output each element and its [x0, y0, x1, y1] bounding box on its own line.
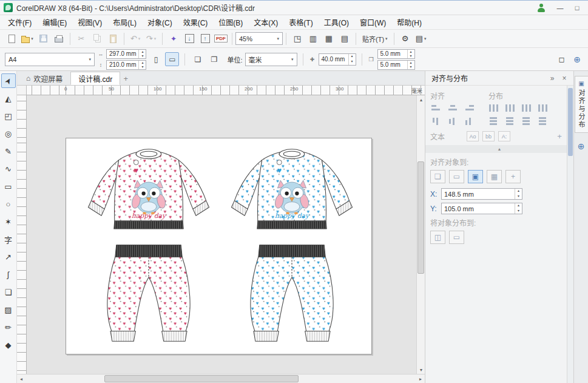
menu-table[interactable]: 表格(T)	[283, 15, 318, 29]
docker-scroll-thumb[interactable]	[568, 88, 573, 156]
save-button[interactable]	[36, 32, 50, 46]
paste-button[interactable]	[106, 32, 120, 46]
snap-dropdown[interactable]: 贴齐(T)▾	[360, 32, 390, 46]
options-button[interactable]: ⚙	[398, 32, 413, 46]
scroll-up-arrow[interactable]: ▴	[417, 95, 425, 104]
distribute-top-button[interactable]	[488, 117, 501, 126]
distribute-right-button[interactable]	[538, 103, 550, 113]
align-text-bounding-box-button[interactable]: A:	[498, 131, 510, 141]
dimension-tool[interactable]: ↗	[1, 249, 16, 264]
treat-as-filled-button[interactable]: ◻	[555, 52, 569, 66]
print-button[interactable]	[52, 32, 66, 46]
show-rulers-button[interactable]: ▥	[306, 32, 320, 46]
copy-button[interactable]	[90, 32, 104, 46]
user-account-icon[interactable]	[536, 4, 546, 12]
show-grid-button[interactable]: ▦	[322, 32, 336, 46]
quick-customize-propbar-button[interactable]: ⊕	[571, 53, 583, 66]
distribute-bottom-button[interactable]	[538, 117, 550, 126]
scroll-right-arrow[interactable]: ▸	[416, 375, 425, 383]
redo-button[interactable]: ↷▾	[144, 32, 158, 46]
zoom-level-combobox[interactable]: 45%▾	[235, 32, 283, 45]
align-text-baseline-last-button[interactable]: bb	[482, 131, 495, 141]
align-to-active-objects-button[interactable]: ❏	[430, 170, 445, 183]
publish-pdf-button[interactable]: PDF	[214, 32, 228, 46]
freehand-tool[interactable]: ✎	[1, 144, 16, 158]
scroll-down-arrow[interactable]: ▾	[417, 365, 425, 374]
ruler-origin-corner[interactable]	[17, 86, 27, 95]
menu-effects[interactable]: 效果(C)	[178, 15, 214, 29]
tab-document[interactable]: 设计稿.cdr	[70, 72, 120, 85]
horizontal-ruler[interactable]: 0 50 100 150 200 250 300 毫米	[27, 86, 425, 95]
all-pages-button[interactable]: ❏	[191, 52, 204, 66]
new-tab-button[interactable]: +	[120, 73, 131, 84]
align-to-grid-button[interactable]: ▦	[487, 170, 502, 183]
pick-tool[interactable]: ➤	[1, 73, 16, 88]
export-button[interactable]: ↑	[198, 32, 212, 46]
app-launcher-button[interactable]: ✦	[166, 32, 181, 46]
tab-welcome-screen[interactable]: ⌂ 欢迎屏幕	[18, 72, 70, 85]
menu-bitmaps[interactable]: 位图(B)	[213, 15, 248, 29]
maximize-button[interactable]: □	[569, 2, 586, 14]
paper-size-combobox[interactable]: A4▾	[5, 53, 95, 66]
rectangle-tool[interactable]: ▭	[1, 179, 16, 194]
document-page[interactable]: ♥	[66, 138, 372, 354]
vertical-scrollbar[interactable]: ▴ ▾	[416, 95, 425, 374]
horizontal-scrollbar[interactable]: ◂ ▸	[17, 374, 425, 383]
align-top-button[interactable]	[430, 117, 442, 126]
menu-help[interactable]: 帮助(H)	[391, 15, 427, 29]
import-button[interactable]: ↓	[182, 32, 197, 46]
align-left-button[interactable]	[430, 103, 442, 113]
align-to-specified-point-button[interactable]: +	[505, 170, 521, 183]
portrait-button[interactable]: ▯	[149, 52, 163, 66]
align-bottom-button[interactable]	[463, 117, 475, 126]
crop-tool[interactable]: ◰	[1, 109, 16, 123]
menu-text[interactable]: 文本(X)	[248, 15, 283, 29]
menu-file[interactable]: 文件(F)	[2, 15, 37, 29]
x-coordinate-field[interactable]: 148.5 mm▴▾	[441, 188, 522, 200]
vertical-scroll-thumb[interactable]	[417, 161, 424, 274]
duplicate-x-field[interactable]: 5.0 mm▴▾	[377, 49, 415, 59]
polygon-tool[interactable]: ✶	[1, 214, 16, 229]
text-tool[interactable]: 字	[1, 232, 16, 246]
menu-object[interactable]: 对象(C)	[142, 15, 178, 29]
cut-button[interactable]: ✂	[74, 32, 89, 46]
docker-collapse-button[interactable]: »	[547, 73, 558, 84]
drawing-canvas[interactable]: ♥	[27, 95, 416, 374]
y-coordinate-field[interactable]: 105.0 mm▴▾	[441, 203, 522, 214]
docker-tab-align-distribute[interactable]: ▣ 对齐与分布	[575, 76, 588, 133]
align-text-baseline-first-button[interactable]: Ao	[467, 131, 479, 141]
distribute-left-button[interactable]	[488, 103, 501, 113]
align-to-page-center-button[interactable]: ▣	[468, 170, 483, 183]
distribute-to-selection-extent-button[interactable]: ◫	[430, 231, 445, 244]
bspline-tool[interactable]: ∿	[1, 161, 16, 176]
layout-dropdown[interactable]: ▤▾	[414, 32, 428, 46]
menu-tools[interactable]: 工具(O)	[319, 15, 354, 29]
text-options-button[interactable]: +	[554, 132, 565, 141]
show-guidelines-button[interactable]: ▤	[337, 32, 352, 46]
drop-shadow-tool[interactable]: ❏	[1, 285, 16, 299]
open-button[interactable]: ▾	[20, 32, 35, 46]
fullscreen-preview-button[interactable]: ◳	[290, 32, 305, 46]
landscape-button[interactable]: ▭	[165, 52, 179, 66]
distribute-spacing-horizontal-button[interactable]	[521, 103, 533, 113]
nudge-distance-field[interactable]: 40.0 mm▴▾	[319, 53, 356, 66]
paper-width-field[interactable]: 297.0 mm▴▾	[106, 49, 146, 59]
new-document-button[interactable]	[4, 32, 19, 46]
align-right-button[interactable]	[463, 103, 475, 113]
units-combobox[interactable]: 毫米▾	[245, 53, 297, 66]
docker-collapse-strip[interactable]: ▲	[425, 145, 573, 153]
paper-height-field[interactable]: 210.0 mm▴▾	[106, 60, 146, 70]
quick-customize-docker-button[interactable]: ⊕	[578, 141, 585, 151]
menu-view[interactable]: 视图(V)	[72, 15, 107, 29]
vertical-ruler[interactable]	[17, 95, 27, 374]
distribute-center-vertical-button[interactable]	[505, 117, 517, 126]
menu-window[interactable]: 窗口(W)	[354, 15, 391, 29]
ellipse-tool[interactable]: ○	[1, 197, 16, 211]
distribute-center-horizontal-button[interactable]	[505, 103, 517, 113]
shape-tool[interactable]: ◭	[1, 91, 16, 106]
undo-button[interactable]: ↶▾	[128, 32, 143, 46]
scroll-left-arrow[interactable]: ◂	[17, 375, 25, 383]
docker-close-icon[interactable]: ×	[559, 73, 570, 84]
interactive-fill-tool[interactable]: ◆	[1, 337, 16, 352]
menu-edit[interactable]: 编辑(E)	[37, 15, 72, 29]
